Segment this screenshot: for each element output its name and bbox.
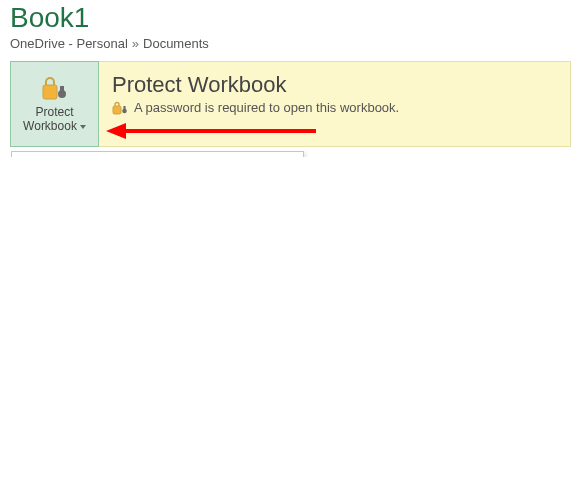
- protect-button-line2: Workbook: [23, 120, 77, 134]
- svg-rect-5: [123, 106, 125, 111]
- protect-workbook-panel: Protect Workbook Protect Workbook: [10, 61, 571, 147]
- svg-rect-2: [60, 86, 64, 94]
- svg-rect-3: [113, 106, 121, 114]
- svg-rect-0: [43, 85, 57, 99]
- chevron-down-icon: [80, 125, 86, 129]
- menu-item-mark-as-final[interactable]: Mark as Final Let readers know the workb…: [14, 154, 301, 157]
- protect-workbook-button[interactable]: Protect Workbook: [10, 61, 99, 147]
- breadcrumb[interactable]: OneDrive - Personal » Documents: [10, 36, 571, 51]
- lock-key-icon: [112, 101, 128, 115]
- protect-button-line1: Protect: [23, 106, 86, 120]
- protect-panel-title: Protect Workbook: [112, 72, 399, 98]
- protect-workbook-menu: Mark as Final Let readers know the workb…: [11, 151, 304, 157]
- breadcrumb-part-a: OneDrive - Personal: [10, 36, 128, 51]
- page-title: Book1: [10, 2, 571, 34]
- chevron-right-icon: »: [132, 36, 139, 51]
- protect-panel-subtitle: A password is required to open this work…: [134, 100, 399, 115]
- lock-key-icon: [40, 74, 70, 102]
- breadcrumb-part-b: Documents: [143, 36, 209, 51]
